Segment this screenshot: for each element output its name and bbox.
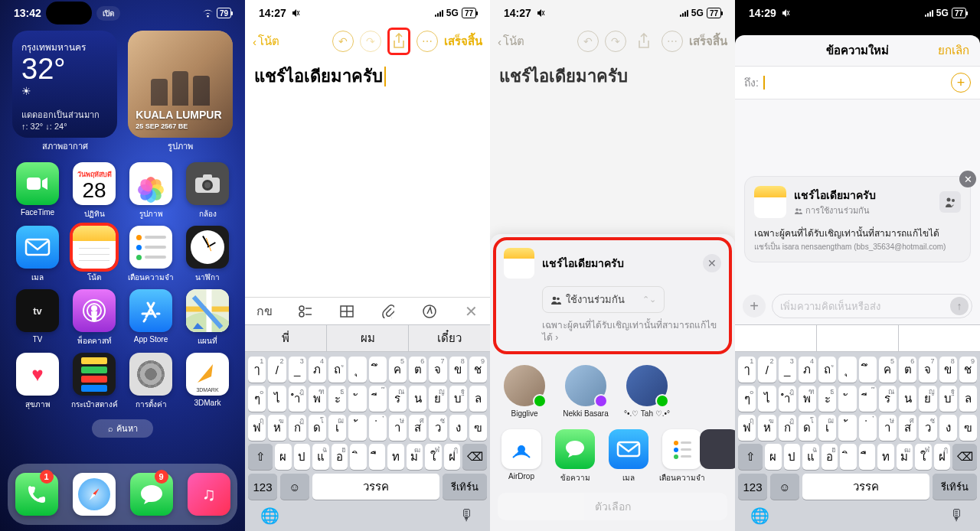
app-appstore[interactable]: App Store	[124, 289, 178, 347]
key[interactable]: ฒม	[897, 444, 913, 470]
suggestion-3[interactable]	[898, 325, 980, 351]
share-reminders[interactable]: เตือนความจำ	[658, 429, 706, 484]
key[interactable]: ศส	[899, 415, 916, 441]
key[interactable]: ญย	[429, 386, 446, 412]
shift-key[interactable]: ⇧	[248, 444, 273, 470]
contact-3[interactable]: °•.♡ Tah ♡.•°	[623, 365, 671, 419]
key[interactable]: 9ช	[959, 357, 977, 383]
key[interactable]: 3_	[779, 357, 796, 383]
app-maps[interactable]: แผนที่	[181, 289, 234, 347]
key[interactable]: ึ	[859, 357, 877, 383]
dock-music[interactable]: ♫	[188, 473, 230, 516]
key[interactable]: ฏก	[779, 415, 796, 441]
app-calendar[interactable]: วันพฤหัสบดี28ปฏิทิน	[67, 162, 121, 220]
note-title[interactable]: แชร์ไอเดียมาครับ	[245, 57, 490, 96]
dock-messages[interactable]: 9	[130, 473, 173, 516]
numeric-key[interactable]: 123	[248, 474, 277, 500]
manage-people-button[interactable]	[939, 191, 961, 213]
key[interactable]: ป	[294, 444, 311, 470]
key[interactable]: 6ต	[899, 357, 916, 383]
key[interactable]: น	[409, 386, 426, 412]
key[interactable]: ไ	[268, 386, 286, 412]
key[interactable]: ณร	[389, 386, 407, 412]
cancel-button[interactable]: ยกเลิก	[938, 41, 969, 60]
key[interactable]: ฬใ	[915, 444, 932, 470]
app-notes[interactable]: โน้ต	[67, 226, 121, 283]
key[interactable]: ฃ	[959, 415, 977, 441]
key[interactable]: ธะ	[328, 386, 346, 412]
app-podcasts[interactable]: พ็อดคาสท์	[67, 289, 121, 347]
key[interactable]: ฐบ	[939, 386, 957, 412]
suggestion-2[interactable]	[816, 325, 898, 351]
checklist-button[interactable]	[297, 305, 314, 318]
add-contact-button[interactable]: +	[951, 73, 971, 93]
key[interactable]: ไ	[758, 386, 776, 412]
app-tv[interactable]: tvTV	[11, 289, 64, 347]
app-reminders[interactable]: เตือนความจำ	[124, 226, 178, 283]
key[interactable]: 8ข	[449, 357, 467, 383]
send-button[interactable]: ↑	[950, 297, 969, 315]
key[interactable]: 8ข	[939, 357, 957, 383]
return-key[interactable]: รีเทิร์น	[443, 474, 487, 500]
dictation-key[interactable]: 🎙	[949, 507, 965, 525]
close-button[interactable]: ✕	[703, 254, 721, 272]
done-button[interactable]: เสร็จสิ้น	[444, 32, 482, 50]
dynamic-island-label[interactable]: เปิด	[96, 6, 120, 21]
key[interactable]: ล	[469, 386, 487, 412]
key[interactable]: ษา	[389, 415, 407, 441]
more-button[interactable]: ⋯	[416, 31, 438, 52]
key[interactable]: ฆห	[268, 415, 286, 441]
textstyle-button[interactable]: กข	[256, 301, 273, 321]
key[interactable]: 2/	[268, 357, 286, 383]
app-3dmark[interactable]: 3DMARK3DMark	[181, 353, 234, 410]
key[interactable]: ึ	[369, 357, 387, 383]
dock-phone[interactable]: 1	[15, 473, 58, 516]
key[interactable]: ูถ	[328, 357, 346, 383]
key[interactable]: 3_	[289, 357, 306, 383]
key[interactable]: 5ค	[389, 357, 407, 383]
share-options-row[interactable]: ตัวเลือก	[498, 493, 727, 520]
space-key[interactable]: วรรค	[312, 474, 439, 500]
suggestion-2[interactable]: ผม	[326, 325, 408, 351]
key[interactable]: ธะ	[818, 386, 836, 412]
share-airdrop[interactable]: AirDrop	[498, 429, 545, 484]
key[interactable]: ูถ	[818, 357, 836, 383]
key[interactable]: ื	[859, 444, 876, 470]
key[interactable]: ิ	[350, 444, 367, 470]
back-button[interactable]: ‹โน้ต	[253, 32, 279, 50]
weather-widget[interactable]: กรุงเทพมหานคร 32° ☀︎ แดดออกเป็นส่วนมาก ↑…	[12, 31, 117, 138]
contact-1[interactable]: Bigglive	[501, 365, 548, 419]
key[interactable]: ุ	[348, 357, 366, 383]
emoji-key[interactable]: ☺	[770, 474, 799, 500]
key[interactable]: ท	[877, 444, 894, 470]
key[interactable]: โด	[309, 415, 326, 441]
return-key[interactable]: รีเทิร์น	[933, 474, 977, 500]
remove-attachment-button[interactable]: ✕	[959, 171, 976, 187]
app-photos[interactable]: รูปภาพ	[124, 162, 178, 220]
suggestion-3[interactable]: เดี๋ยว	[408, 325, 490, 351]
key[interactable]: ฑพ	[309, 386, 326, 412]
to-field[interactable]: ถึง: +	[735, 66, 980, 99]
backspace-key[interactable]: ⌫	[952, 444, 977, 470]
spotlight-search[interactable]: ⌕ ค้นหา	[92, 419, 153, 438]
key[interactable]: ป	[784, 444, 801, 470]
share-more[interactable]	[712, 429, 727, 484]
key[interactable]: ง	[939, 415, 957, 441]
globe-key[interactable]: 🌐	[750, 507, 769, 525]
share-mail[interactable]: เมล	[605, 429, 652, 484]
key[interactable]: ฎำ	[779, 386, 796, 412]
key[interactable]: 1ๅ	[248, 357, 266, 383]
close-keyboard-button[interactable]: ✕	[462, 302, 479, 321]
key[interactable]: ซว	[429, 415, 446, 441]
key[interactable]: ุ	[838, 357, 856, 383]
note-attachment-card[interactable]: ✕ แชร์ไอเดียมาครับ การใช้งานร่วมกัน เฉพา…	[744, 176, 971, 262]
key[interactable]: ื	[369, 444, 386, 470]
share-button[interactable]	[387, 28, 410, 55]
key[interactable]: 6ต	[409, 357, 426, 383]
dynamic-island[interactable]	[46, 2, 92, 24]
key[interactable]: ษา	[879, 415, 897, 441]
key[interactable]: ผ	[275, 444, 292, 470]
key[interactable]: ๊ี	[859, 386, 877, 412]
key[interactable]: ้	[348, 415, 366, 441]
key[interactable]: ล	[959, 386, 977, 412]
